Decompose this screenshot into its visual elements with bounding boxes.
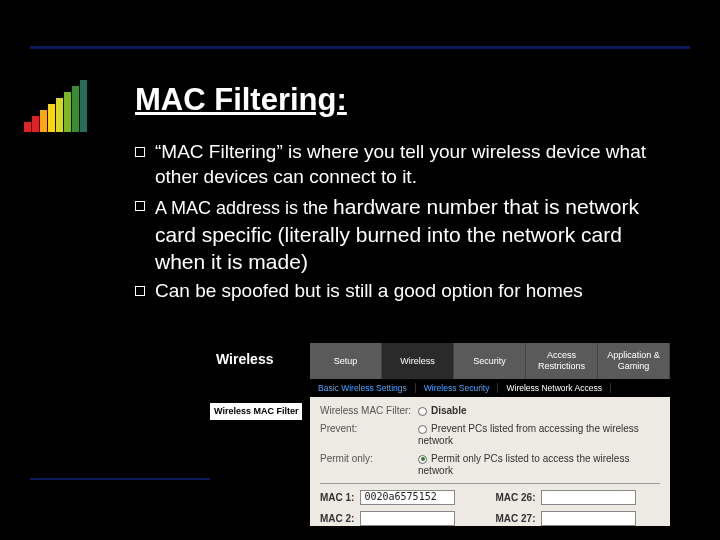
subtab-network-access[interactable]: Wireless Network Access <box>498 383 610 393</box>
radio-prevent[interactable] <box>418 425 427 434</box>
tab-access-restrictions[interactable]: Access Restrictions <box>526 343 598 379</box>
value-prevent: Prevent PCs listed from accessing the wi… <box>418 423 660 447</box>
mac2-label: MAC 2: <box>320 513 354 525</box>
mac27-label: MAC 27: <box>495 513 535 525</box>
screenshot-brand: Wireless <box>210 343 310 379</box>
mac1-label: MAC 1: <box>320 492 354 504</box>
subtab-bar: Basic Wireless Settings Wireless Securit… <box>210 379 670 397</box>
bullet-item: A MAC address is the hardware number tha… <box>135 193 675 275</box>
bullet-marker <box>135 286 145 296</box>
screenshot-sidebar: Wireless MAC Filter <box>210 397 310 526</box>
screenshot-body: Wireless MAC Filter Wireless MAC Filter:… <box>210 397 670 526</box>
mac2-input[interactable] <box>360 511 455 526</box>
label-permit: Permit only: <box>320 453 418 465</box>
router-screenshot: Wireless Setup Wireless Security Access … <box>210 343 670 513</box>
bullet-item: “MAC Filtering” is where you tell your w… <box>135 140 675 189</box>
radio-permit-label: Permit only PCs listed to access the wir… <box>418 453 629 476</box>
radio-disable-label: Disable <box>431 405 467 416</box>
subtab-basic[interactable]: Basic Wireless Settings <box>310 383 416 393</box>
radio-prevent-label: Prevent PCs listed from accessing the wi… <box>418 423 639 446</box>
bullet-item: Can be spoofed but is still a good optio… <box>135 279 675 304</box>
row-permit: Permit only: Permit only PCs listed to a… <box>320 453 660 477</box>
screenshot-form: Wireless MAC Filter: Disable Prevent: Pr… <box>310 397 670 526</box>
mac-row-1: MAC 1: 0020a6575152 MAC 26: <box>320 490 660 505</box>
row-prevent: Prevent: Prevent PCs listed from accessi… <box>320 423 660 447</box>
screenshot-header: Wireless Setup Wireless Security Access … <box>210 343 670 379</box>
divider-top <box>30 46 690 49</box>
tab-setup[interactable]: Setup <box>310 343 382 379</box>
tab-security[interactable]: Security <box>454 343 526 379</box>
label-prevent: Prevent: <box>320 423 418 435</box>
bullet-text: Can be spoofed but is still a good optio… <box>155 279 675 304</box>
bullet-lead: A MAC address is the <box>155 198 333 218</box>
label-filter: Wireless MAC Filter: <box>320 405 418 417</box>
mac1-input[interactable]: 0020a6575152 <box>360 490 455 505</box>
tab-bar: Setup Wireless Security Access Restricti… <box>310 343 670 379</box>
sidebar-section-label: Wireless MAC Filter <box>210 403 302 420</box>
form-divider <box>320 483 660 484</box>
mac27-input[interactable] <box>541 511 636 526</box>
bullet-marker <box>135 147 145 157</box>
row-filter: Wireless MAC Filter: Disable <box>320 405 660 417</box>
tab-wireless[interactable]: Wireless <box>382 343 454 379</box>
radio-disable[interactable] <box>418 407 427 416</box>
tab-application-gaming[interactable]: Application & Gaming <box>598 343 670 379</box>
bullet-list: “MAC Filtering” is where you tell your w… <box>135 140 675 308</box>
subtab-security[interactable]: Wireless Security <box>416 383 499 393</box>
bullet-marker <box>135 201 145 211</box>
bullet-text: A MAC address is the hardware number tha… <box>155 193 675 275</box>
mac-row-2: MAC 2: MAC 27: <box>320 511 660 526</box>
bars-logo <box>24 80 88 132</box>
value-permit: Permit only PCs listed to access the wir… <box>418 453 660 477</box>
mac26-label: MAC 26: <box>495 492 535 504</box>
value-filter: Disable <box>418 405 660 417</box>
slide-title: MAC Filtering: <box>135 82 347 118</box>
radio-permit[interactable] <box>418 455 427 464</box>
mac26-input[interactable] <box>541 490 636 505</box>
bullet-text: “MAC Filtering” is where you tell your w… <box>155 140 675 189</box>
